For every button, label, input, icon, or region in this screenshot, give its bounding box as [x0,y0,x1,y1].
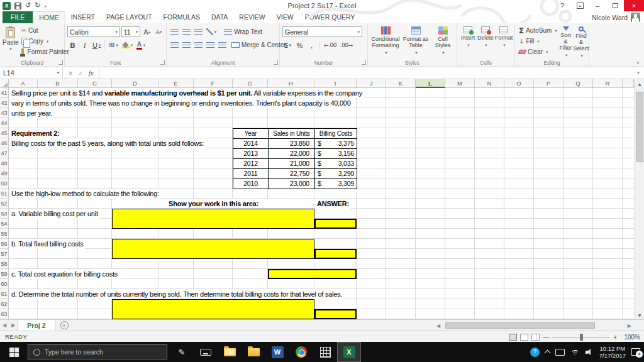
cell-A41[interactable]: Selling price per unit is $14 and variab… [9,88,364,98]
autosum-button[interactable]: ΣAutoSum [518,25,558,36]
cell-I48[interactable]: $3,033 [315,159,357,169]
answer-area-D53:H54[interactable] [112,209,314,229]
action-center-icon[interactable]: 4 [631,348,640,356]
font-color-button[interactable]: A [135,40,147,51]
answer-area-D62:H63[interactable] [112,299,314,319]
row-header-52[interactable]: 52 [0,199,9,209]
borders-button[interactable]: ⊞ [108,40,119,51]
tab-data[interactable]: DATA [206,11,233,23]
row-header-63[interactable]: 63 [0,309,9,319]
tab-review[interactable]: REVIEW [233,11,270,23]
volume-icon[interactable] [586,349,594,356]
align-right-button[interactable] [193,40,204,51]
clipboard-dialog-launcher[interactable] [58,60,63,65]
cell-H45[interactable]: Sales in Units [269,129,315,139]
increase-font-size-button[interactable]: A▴ [142,26,152,38]
cell-H47[interactable]: 22,000 [269,149,315,159]
answer-area-I54:I54[interactable] [314,219,357,229]
cell-I49[interactable]: $3,290 [315,169,357,179]
accounting-format-button[interactable]: $ [282,40,293,51]
insert-function-icon[interactable]: fx [89,69,94,77]
cell-H48[interactable]: 21,000 [269,159,315,169]
taskbar-keyboard-button[interactable] [194,342,218,362]
wrap-text-button[interactable]: Wrap Text [223,26,264,37]
taskbar-pen-button[interactable]: ✎ [170,342,194,362]
user-avatar[interactable] [631,13,640,22]
column-header-B[interactable]: B [38,79,78,88]
page-layout-view-button[interactable] [520,334,528,341]
tab-home[interactable]: HOME [33,11,65,23]
column-header-O[interactable]: O [504,79,534,88]
column-header-D[interactable]: D [112,79,158,88]
row-header-54[interactable]: 54 [0,219,9,229]
column-header-R[interactable]: R [593,79,623,88]
wifi-icon[interactable] [570,349,580,356]
row-header-57[interactable]: 57 [0,249,9,259]
cell-A59[interactable]: c. Total cost equation for billing costs [9,269,119,279]
align-center-button[interactable] [181,40,192,51]
column-header-partial[interactable] [623,79,634,88]
undo-icon[interactable]: ↺ [25,0,31,11]
row-header-60[interactable]: 60 [0,279,9,289]
close-button[interactable]: × [624,0,644,11]
tab-power-query[interactable]: POWER QUERY [299,11,361,23]
row-header-56[interactable]: 56 [0,239,9,249]
column-header-A[interactable]: A [9,79,38,88]
zoom-slider-thumb[interactable] [580,334,583,341]
cell-G48[interactable]: 2012 [233,159,269,169]
scroll-up-icon[interactable]: ▲ [635,79,644,88]
cell-A46[interactable]: Billing costs for the past 5 years, alon… [9,138,206,148]
taskbar-word-button[interactable]: W [265,342,289,362]
cell-A51[interactable]: Use the high-low method to calculate the… [9,189,161,199]
customize-qat-icon[interactable]: ▾ [44,4,46,8]
column-header-K[interactable]: K [386,79,416,88]
column-header-J[interactable]: J [357,79,386,88]
column-header-N[interactable]: N [475,79,504,88]
decrease-font-size-button[interactable]: A▾ [153,26,164,38]
alignment-dialog-launcher[interactable] [274,60,278,65]
cell-A43[interactable]: units per year. [9,108,54,118]
taskbar-clock[interactable]: 10:12 PM 7/17/2017 [599,345,626,359]
save-icon[interactable] [14,3,21,9]
tab-file[interactable]: FILE [3,11,33,23]
row-header-53[interactable]: 53 [0,209,9,219]
horizontal-scroll-thumb[interactable] [445,322,595,329]
answer-area-H59:I59[interactable] [268,269,357,279]
start-button[interactable] [0,342,28,362]
taskbar-grid-app-button[interactable] [313,342,337,362]
answer-area-D56:H57[interactable] [112,239,314,259]
cell-D52[interactable]: Show your work in this area: [112,199,314,209]
row-header-55[interactable]: 55 [0,229,9,239]
cell-A53[interactable]: a. Variable billing cost per unit [9,209,100,219]
delete-cells-button[interactable]: Delete [477,25,494,59]
vertical-scroll-thumb[interactable] [636,92,643,162]
align-bottom-button[interactable] [193,26,204,38]
format-painter-button[interactable]: Format Painter [20,47,70,57]
cell-G50[interactable]: 2010 [233,179,269,189]
column-header-F[interactable]: F [194,79,233,88]
cell-I45[interactable]: Billing Costs [315,129,357,139]
clear-button[interactable]: Clear [518,47,558,57]
tab-insert[interactable]: INSERT [65,11,101,23]
ribbon-display-options-button[interactable]: ▴ [571,0,589,11]
answer-area-I63:I63[interactable] [314,309,357,319]
row-header-45[interactable]: 45 [0,128,9,138]
column-header-M[interactable]: M [445,79,475,88]
new-sheet-button[interactable]: + [60,321,69,329]
italic-button[interactable]: I [79,40,90,51]
zoom-level[interactable]: 100% [620,334,640,341]
sort-filter-button[interactable]: Sort & Filter [560,25,572,59]
tab-view[interactable]: VIEW [271,11,299,23]
cell-H50[interactable]: 23,000 [269,179,315,189]
underline-button[interactable]: U [91,40,102,51]
row-header-42[interactable]: 42 [0,98,9,108]
hidden-icons-chevron-icon[interactable] [544,350,550,356]
zoom-in-button[interactable]: + [613,334,617,341]
align-top-button[interactable] [169,26,180,38]
scroll-right-icon[interactable]: ▶ [625,323,634,329]
cell-G49[interactable]: 2011 [233,169,269,179]
increase-indent-button[interactable] [217,40,228,51]
cell-I47[interactable]: $3,156 [315,149,357,159]
zoom-out-button[interactable]: — [543,334,549,341]
cut-button[interactable]: ✂Cut [20,25,70,36]
